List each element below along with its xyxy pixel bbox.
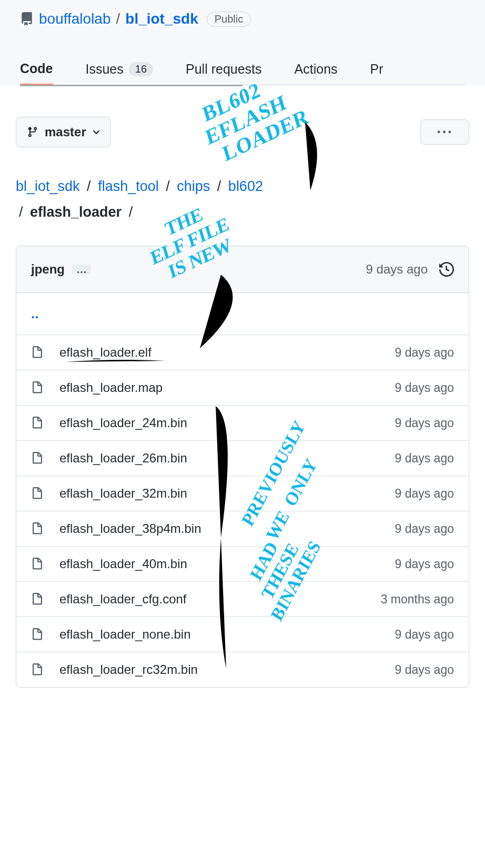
path-separator: /	[129, 204, 133, 220]
parent-directory-link[interactable]: ..	[16, 293, 469, 335]
path-separator: /	[19, 204, 23, 220]
file-date: 9 days ago	[395, 381, 454, 395]
tab-projects-partial[interactable]: Pr	[370, 54, 383, 84]
branch-select-button[interactable]: master	[16, 117, 111, 147]
file-icon	[31, 345, 44, 360]
file-date: 9 days ago	[395, 487, 454, 501]
file-date: 9 days ago	[395, 628, 454, 642]
file-date: 9 days ago	[395, 557, 454, 571]
file-icon	[31, 521, 44, 537]
commit-message-expand[interactable]: …	[72, 265, 91, 274]
table-row: eflash_loader_38p4m.bin9 days ago	[16, 511, 469, 547]
visibility-badge: Public	[207, 12, 251, 27]
breadcrumb-link[interactable]: bl_iot_sdk	[16, 178, 80, 194]
file-name-link[interactable]: eflash_loader_38p4m.bin	[59, 521, 379, 536]
table-row: eflash_loader_40m.bin9 days ago	[16, 547, 469, 582]
parent-dir-dots: ..	[31, 306, 38, 322]
file-name-link[interactable]: eflash_loader_40m.bin	[59, 557, 379, 571]
table-row: eflash_loader_26m.bin9 days ago	[16, 441, 469, 476]
file-date: 9 days ago	[395, 346, 454, 360]
file-icon	[31, 627, 44, 642]
file-listing: jpeng … 9 days ago .. eflash_loader.elf9…	[16, 246, 469, 688]
file-name-link[interactable]: eflash_loader_none.bin	[59, 627, 379, 642]
table-row: eflash_loader.map9 days ago	[16, 370, 469, 406]
file-name-link[interactable]: eflash_loader_cfg.conf	[59, 592, 365, 607]
file-icon	[31, 486, 44, 501]
path-separator: /	[217, 178, 221, 194]
commit-author[interactable]: jpeng	[31, 262, 65, 277]
commit-date: 9 days ago	[366, 262, 428, 277]
annotation-lets-reverse-elf: LET'SREVERSETHE ELF!	[241, 697, 330, 703]
breadcrumb-current: eflash_loader	[30, 204, 122, 220]
owner-link[interactable]: bouffalolab	[39, 11, 111, 27]
table-row: eflash_loader.elf9 days ago	[16, 335, 469, 370]
file-name-link[interactable]: eflash_loader.elf	[59, 345, 379, 360]
file-name-link[interactable]: eflash_loader_26m.bin	[59, 451, 379, 466]
file-icon	[31, 556, 44, 572]
table-row: eflash_loader_rc32m.bin9 days ago	[16, 652, 469, 687]
file-icon	[31, 662, 44, 678]
tab-pull-requests[interactable]: Pull requests	[186, 54, 262, 84]
breadcrumb: bl_iot_sdk / flash_tool / chips / bl602 …	[16, 174, 469, 225]
repo-link[interactable]: bl_iot_sdk	[125, 11, 198, 27]
file-date: 3 months ago	[381, 592, 454, 607]
table-row: eflash_loader_none.bin9 days ago	[16, 617, 469, 652]
file-date: 9 days ago	[395, 663, 454, 677]
file-icon	[31, 415, 44, 431]
file-name-link[interactable]: eflash_loader_24m.bin	[59, 416, 379, 430]
table-row: eflash_loader_24m.bin9 days ago	[16, 406, 469, 441]
file-date: 9 days ago	[395, 451, 454, 466]
path-separator: /	[166, 178, 170, 194]
path-separator: /	[87, 178, 91, 194]
file-icon	[31, 591, 44, 607]
tab-issues-label: Issues	[86, 62, 124, 77]
tab-code[interactable]: Code	[20, 54, 53, 85]
file-name-link[interactable]: eflash_loader_rc32m.bin	[59, 662, 379, 677]
table-row: eflash_loader_32m.bin9 days ago	[16, 476, 469, 511]
git-branch-icon	[27, 126, 38, 138]
file-name-link[interactable]: eflash_loader_32m.bin	[59, 486, 379, 501]
tab-actions[interactable]: Actions	[295, 54, 338, 84]
chevron-down-icon	[93, 129, 100, 135]
breadcrumb-link[interactable]: chips	[177, 178, 210, 194]
breadcrumb-link[interactable]: flash_tool	[98, 178, 159, 194]
breadcrumb-link[interactable]: bl602	[228, 178, 263, 194]
file-date: 9 days ago	[395, 522, 454, 536]
tab-issues[interactable]: Issues 16	[86, 54, 154, 84]
file-name-link[interactable]: eflash_loader.map	[59, 380, 379, 395]
file-icon	[31, 380, 44, 396]
history-icon[interactable]	[439, 262, 454, 277]
file-icon	[31, 450, 44, 466]
path-separator: /	[116, 11, 120, 27]
branch-name: master	[45, 125, 86, 139]
repo-icon	[20, 11, 34, 27]
more-button[interactable]: ···	[420, 119, 469, 145]
issues-count: 16	[129, 62, 153, 76]
file-date: 9 days ago	[395, 416, 454, 430]
table-row: eflash_loader_cfg.conf3 months ago	[16, 582, 469, 617]
